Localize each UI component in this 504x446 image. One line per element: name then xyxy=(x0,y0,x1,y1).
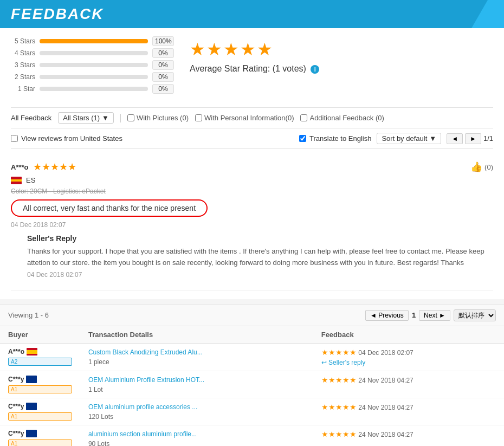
table-next-btn[interactable]: Next ► xyxy=(419,310,450,321)
pagination-nav: ◄ ► 1/1 xyxy=(447,133,493,144)
buyer-name: A***o xyxy=(8,348,24,355)
prev-nav-btn[interactable]: ◄ xyxy=(447,133,463,144)
table-row: C***y A1 OEM aluminium profile accessori… xyxy=(0,398,504,425)
table-nav: ◄ Previous 1 Next ► 默认排序 xyxy=(365,309,496,321)
all-stars-dropdown[interactable]: All Stars (1) ▼ xyxy=(58,112,114,124)
with-pictures-checkbox[interactable]: With Pictures (0) xyxy=(127,114,189,122)
transaction-cell: OEM aluminium profile accessories ... 12… xyxy=(80,398,313,425)
feedback-cell: ★★★★★ 24 Nov 2018 04:27 xyxy=(313,425,504,446)
page-title: FEEDBACK xyxy=(11,5,493,23)
buyer-badge: A1 xyxy=(8,439,72,446)
review-text-wrapper: All correct, very fast and thanks for th… xyxy=(11,199,493,217)
rating-section: 5 Stars 100% 4 Stars 0% 3 Stars 0% 2 Sta… xyxy=(11,36,493,102)
chevron-down-icon: ▼ xyxy=(429,134,436,143)
rating-row: 5 Stars 100% xyxy=(11,36,179,46)
bar-container xyxy=(40,63,148,67)
bar-container xyxy=(40,75,148,79)
product-link[interactable]: OEM Aluminium Profile Extrusion HOT... xyxy=(88,376,204,384)
table-row: C***y A1 aluminium section aluminium pro… xyxy=(0,425,504,446)
reviewer-lang: ES xyxy=(26,176,35,184)
table-header-bar: Viewing 1 - 6 ◄ Previous 1 Next ► 默认排序 xyxy=(0,305,504,326)
col-buyer: Buyer xyxy=(0,326,80,344)
next-nav-btn[interactable]: ► xyxy=(465,133,481,144)
reviewer-name: A***o xyxy=(11,163,29,171)
product-link[interactable]: OEM aluminium profile accessories ... xyxy=(88,403,197,411)
like-button[interactable]: 👍 (0) xyxy=(470,161,493,173)
product-link[interactable]: aluminium section aluminium profile... xyxy=(88,430,197,438)
feedback-cell: ★★★★★ 24 Nov 2018 04:27 xyxy=(313,398,504,425)
additional-feedback-input[interactable] xyxy=(300,114,307,121)
view-reviews-checkbox[interactable]: View reviews from United States xyxy=(11,134,291,143)
flag-icon xyxy=(26,430,37,437)
filter-bar: All Feedback All Stars (1) ▼ With Pictur… xyxy=(11,107,493,128)
table-row: A***o A2 Custom Black Anodizing Extruded… xyxy=(0,343,504,371)
all-feedback-link[interactable]: All Feedback xyxy=(11,114,51,122)
buyer-name: C***y xyxy=(8,430,24,437)
row-date: 24 Nov 2018 04:27 xyxy=(358,377,413,384)
product-link[interactable]: Custom Black Anodizing Extruded Alu... xyxy=(88,348,203,356)
transaction-cell: OEM Aluminium Profile Extrusion HOT... 1… xyxy=(80,371,313,398)
transaction-cell: aluminium section aluminium profile... 9… xyxy=(80,425,313,446)
buyer-badge: A1 xyxy=(8,385,72,393)
review-stars: ★★★★★ xyxy=(33,161,76,173)
translate-input[interactable] xyxy=(299,135,306,142)
row-stars: ★★★★★ xyxy=(321,403,357,411)
table-body: A***o A2 Custom Black Anodizing Extruded… xyxy=(0,343,504,446)
bar-container xyxy=(40,51,148,55)
sort-dropdown[interactable]: Sort by default ▼ xyxy=(377,133,441,144)
buyer-cell: A***o A2 xyxy=(0,343,80,371)
with-personal-input[interactable] xyxy=(195,114,202,121)
product-detail: Color: 20CM - Logistics: ePacket xyxy=(11,188,493,195)
bar-pct: 0% xyxy=(152,60,174,70)
row-stars: ★★★★★ xyxy=(321,348,357,357)
main-content: 5 Stars 100% 4 Stars 0% 3 Stars 0% 2 Sta… xyxy=(0,28,504,299)
avg-text: Average Star Rating: (1 votes) i xyxy=(190,64,493,74)
buyer-name: C***y xyxy=(8,403,24,410)
buyer-name: C***y xyxy=(8,376,24,383)
flag-icon xyxy=(26,376,37,383)
reviewer-lang-row: ES xyxy=(11,176,76,184)
translate-checkbox[interactable]: Translate to English xyxy=(299,134,371,143)
bar-pct: 0% xyxy=(152,48,174,58)
info-icon[interactable]: i xyxy=(311,65,319,74)
transaction-cell: Custom Black Anodizing Extruded Alu... 1… xyxy=(80,343,313,371)
translate-bar: View reviews from United States Translat… xyxy=(11,128,493,149)
table-sort-select[interactable]: 默认排序 xyxy=(454,309,496,321)
seller-reply-tag[interactable]: ↩ Seller's reply xyxy=(321,359,496,366)
rating-label: 4 Stars xyxy=(11,49,35,57)
qty-text: 1 Lot xyxy=(88,386,305,393)
feedback-table: Buyer Transaction Details Feedback A***o… xyxy=(0,326,504,446)
table-prev-btn[interactable]: ◄ Previous xyxy=(365,310,409,321)
table-header-row: Buyer Transaction Details Feedback xyxy=(0,326,504,344)
qty-text: 120 Lots xyxy=(88,413,305,421)
rating-label: 5 Stars xyxy=(11,37,35,45)
rating-summary: ★★★★★ Average Star Rating: (1 votes) i xyxy=(190,36,493,74)
seller-reply-title: Seller's Reply xyxy=(27,234,493,243)
buyer-cell: C***y A1 xyxy=(0,425,80,446)
view-reviews-input[interactable] xyxy=(11,135,18,142)
rating-row: 4 Stars 0% xyxy=(11,48,179,58)
bar-container xyxy=(40,87,148,91)
row-stars: ★★★★★ xyxy=(321,376,357,384)
flag-icon xyxy=(26,403,37,410)
rating-label: 2 Stars xyxy=(11,73,35,81)
row-date: 24 Nov 2018 04:27 xyxy=(358,431,413,438)
table-head: Buyer Transaction Details Feedback xyxy=(0,326,504,344)
feedback-cell: ★★★★★ 04 Dec 2018 02:07 ↩ Seller's reply xyxy=(313,343,504,371)
feedback-header: FEEDBACK xyxy=(0,0,504,28)
rating-row: 1 Star 0% xyxy=(11,84,179,94)
bar-fill xyxy=(40,39,148,43)
with-pictures-input[interactable] xyxy=(127,114,134,121)
with-personal-checkbox[interactable]: With Personal Information(0) xyxy=(195,114,294,122)
buyer-badge: A1 xyxy=(8,412,72,421)
summary-stars: ★★★★★ xyxy=(190,39,493,60)
review-header: A***o ★★★★★ ES 👍 (0) xyxy=(11,161,493,188)
rating-bars: 5 Stars 100% 4 Stars 0% 3 Stars 0% 2 Sta… xyxy=(11,36,179,94)
rating-row: 2 Stars 0% xyxy=(11,72,179,82)
divider xyxy=(120,114,121,122)
qty-text: 1 piece xyxy=(88,358,305,366)
review-text: All correct, very fast and thanks for th… xyxy=(11,199,208,217)
additional-feedback-checkbox[interactable]: Additional Feedback (0) xyxy=(300,114,384,122)
review-date: 04 Dec 2018 02:07 xyxy=(11,221,493,229)
review-block: A***o ★★★★★ ES 👍 (0) Color: 20CM - Logis… xyxy=(11,154,493,291)
